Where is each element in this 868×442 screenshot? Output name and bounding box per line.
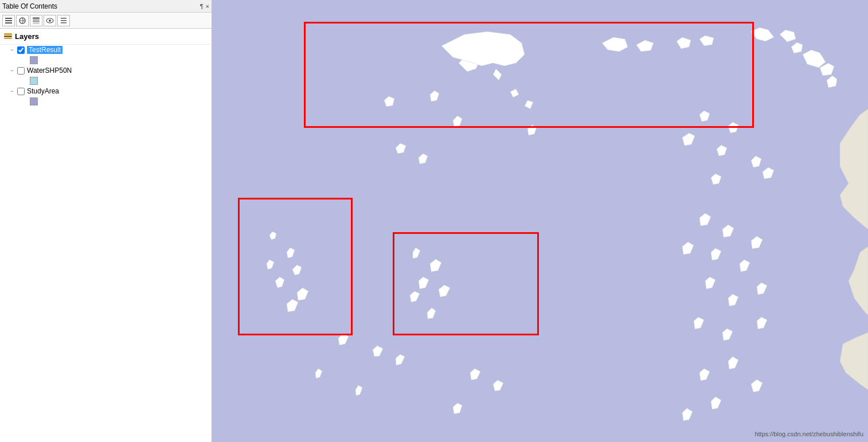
- map-canvas: [212, 0, 868, 442]
- legend-studyarea: [0, 96, 212, 107]
- expand-testresult[interactable]: −: [9, 47, 15, 53]
- layers-view-button[interactable]: [30, 15, 42, 26]
- legend-swatch-studyarea: [30, 97, 38, 105]
- svg-rect-11: [61, 22, 67, 24]
- toc-title: Table Of Contents: [2, 2, 57, 10]
- map-area[interactable]: https://blog.csdn.net/zhebushiblenshifu: [212, 0, 868, 442]
- layers-heading: Layers: [15, 32, 39, 41]
- layer-name-testresult[interactable]: TestResult: [27, 46, 62, 54]
- close-toc-button[interactable]: ×: [206, 3, 209, 10]
- sidebar: Table Of Contents ¶ ×: [0, 0, 212, 442]
- layer-row-watershp50n[interactable]: − WaterSHP50N: [0, 65, 212, 86]
- checkbox-studyarea[interactable]: [17, 88, 25, 95]
- visibility-button[interactable]: [44, 15, 56, 26]
- svg-rect-4: [33, 17, 40, 19]
- layer-row-studyarea[interactable]: − StudyArea: [0, 86, 212, 107]
- legend-watershp50n: [0, 76, 212, 86]
- svg-rect-5: [33, 20, 40, 22]
- svg-rect-0: [5, 18, 12, 19]
- layer-name-studyarea[interactable]: StudyArea: [27, 87, 59, 95]
- expand-watershp50n[interactable]: −: [9, 68, 15, 73]
- toc-toolbar: [0, 13, 212, 29]
- svg-point-8: [49, 19, 51, 22]
- layers-section: Layers: [0, 29, 212, 45]
- source-view-button[interactable]: [16, 15, 29, 26]
- legend-swatch-testresult: [30, 56, 38, 64]
- svg-rect-15: [212, 0, 868, 442]
- layer-name-watershp50n[interactable]: WaterSHP50N: [27, 67, 72, 75]
- svg-rect-12: [4, 33, 12, 35]
- list-view-button[interactable]: [2, 15, 15, 26]
- legend-testresult: [0, 55, 212, 65]
- svg-rect-13: [4, 36, 12, 37]
- svg-rect-6: [33, 23, 40, 24]
- toc-header: Table Of Contents ¶ ×: [0, 0, 212, 13]
- svg-rect-14: [4, 38, 12, 39]
- expand-studyarea[interactable]: −: [9, 88, 15, 94]
- legend-swatch-watershp50n: [30, 77, 38, 85]
- checkbox-watershp50n[interactable]: [17, 67, 25, 75]
- svg-rect-10: [61, 20, 67, 21]
- svg-rect-9: [61, 18, 67, 19]
- options-button[interactable]: [57, 15, 70, 26]
- svg-rect-2: [5, 22, 12, 24]
- checkbox-testresult[interactable]: [17, 46, 25, 54]
- layers-group-icon: [3, 31, 13, 42]
- layer-row-testresult[interactable]: − TestResult: [0, 45, 212, 65]
- toc-controls: ¶ ×: [200, 3, 209, 10]
- pin-button[interactable]: ¶: [200, 3, 204, 10]
- svg-rect-1: [5, 20, 12, 21]
